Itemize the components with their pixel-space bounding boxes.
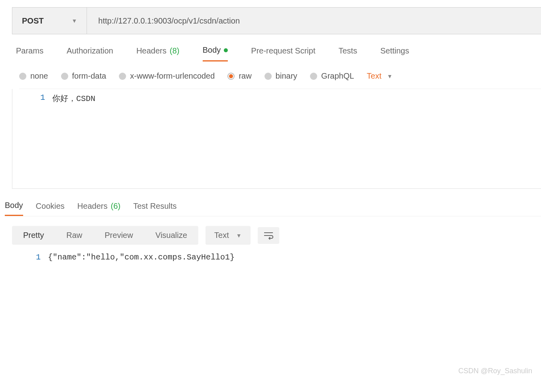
body-format-dropdown[interactable]: Text ▼: [367, 71, 393, 81]
view-mode-pretty[interactable]: Pretty: [12, 226, 55, 245]
tab-prerequest-script[interactable]: Pre-request Script: [251, 46, 315, 61]
request-body-content: 你好，CSDN: [52, 89, 541, 188]
radio-icon: [119, 73, 126, 80]
response-tab-body[interactable]: Body: [5, 201, 23, 216]
body-type-raw[interactable]: raw: [227, 71, 251, 81]
chevron-down-icon: ▼: [387, 73, 393, 79]
response-view-group: Pretty Raw Preview Visualize: [12, 226, 198, 245]
body-type-form-data[interactable]: form-data: [61, 71, 107, 81]
wrap-lines-icon: [263, 231, 274, 240]
radio-icon: [310, 73, 317, 80]
http-method-value: POST: [22, 16, 43, 26]
response-tab-test-results[interactable]: Test Results: [133, 201, 177, 216]
body-type-row: none form-data x-www-form-urlencoded raw…: [19, 71, 541, 89]
body-type-none[interactable]: none: [19, 71, 48, 81]
chevron-down-icon: ▼: [71, 18, 77, 24]
tab-params[interactable]: Params: [16, 46, 43, 61]
radio-icon: [19, 73, 26, 80]
radio-icon: [61, 73, 68, 80]
response-tab-cookies[interactable]: Cookies: [36, 201, 65, 216]
view-mode-preview[interactable]: Preview: [93, 226, 144, 245]
response-format-dropdown[interactable]: Text ▼: [205, 226, 251, 245]
body-type-graphql[interactable]: GraphQL: [310, 71, 354, 81]
wrap-lines-button[interactable]: [258, 227, 279, 244]
request-url-input[interactable]: http://127.0.0.1:9003/ocp/v1/csdn/action: [87, 8, 541, 34]
body-type-xwww[interactable]: x-www-form-urlencoded: [119, 71, 215, 81]
http-method-select[interactable]: POST ▼: [12, 8, 87, 34]
response-tabs: Body Cookies Headers (6) Test Results: [5, 201, 541, 216]
response-body-editor[interactable]: 1 {"name":"hello,"com.xx.comps.SayHello1…: [12, 250, 541, 264]
headers-count: (8): [170, 46, 179, 55]
line-number: 1: [12, 89, 52, 188]
request-bar: POST ▼ http://127.0.0.1:9003/ocp/v1/csdn…: [12, 7, 541, 34]
body-indicator-dot-icon: [224, 48, 228, 52]
tab-body[interactable]: Body: [203, 46, 228, 61]
tab-authorization[interactable]: Authorization: [67, 46, 113, 61]
request-body-editor[interactable]: 1 你好，CSDN: [12, 89, 541, 189]
request-url-value: http://127.0.0.1:9003/ocp/v1/csdn/action: [98, 16, 240, 26]
response-headers-count: (6): [111, 202, 120, 211]
response-body-content: {"name":"hello,"com.xx.comps.SayHello1}: [48, 250, 541, 264]
chevron-down-icon: ▼: [236, 232, 242, 239]
line-number: 1: [12, 250, 48, 264]
view-mode-visualize[interactable]: Visualize: [144, 226, 198, 245]
view-mode-raw[interactable]: Raw: [55, 226, 93, 245]
tab-headers[interactable]: Headers (8): [136, 46, 180, 61]
watermark: CSDN @Roy_Sashulin: [458, 367, 532, 375]
radio-selected-icon: [227, 73, 235, 80]
radio-icon: [265, 73, 272, 80]
request-tabs: Params Authorization Headers (8) Body Pr…: [16, 46, 541, 62]
response-tab-headers[interactable]: Headers (6): [77, 201, 120, 216]
tab-tests[interactable]: Tests: [338, 46, 357, 61]
tab-settings[interactable]: Settings: [380, 46, 409, 61]
response-view-row: Pretty Raw Preview Visualize Text ▼: [12, 226, 541, 245]
body-type-binary[interactable]: binary: [265, 71, 297, 81]
